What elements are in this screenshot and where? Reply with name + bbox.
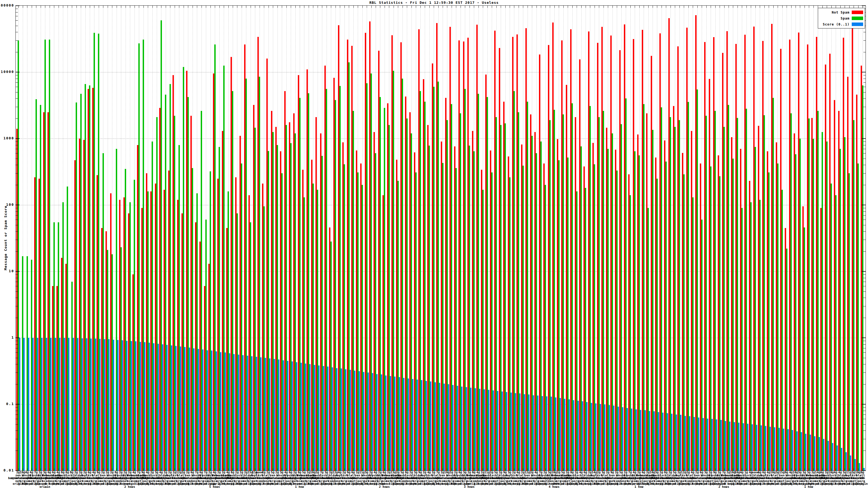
bar-score: [814, 436, 815, 470]
bar-score: [627, 408, 628, 470]
bar-score: [604, 404, 606, 470]
x-bottom-tick: [657, 468, 657, 470]
y-minor-tick: [16, 83, 18, 83]
bar-score: [372, 373, 373, 470]
bar-score: [207, 350, 208, 470]
bar-score: [99, 339, 101, 470]
x-bottom-tick: [724, 468, 724, 470]
bar-score: [501, 391, 503, 470]
x-top-tick: [117, 6, 117, 8]
bar-score: [68, 338, 69, 470]
x-bottom-tick: [603, 468, 604, 470]
x-bottom-tick: [152, 468, 153, 470]
bar-score: [537, 395, 538, 470]
bar-score: [104, 339, 105, 470]
x-top-tick: [773, 6, 774, 8]
x-bottom-tick: [255, 468, 255, 470]
x-top-tick: [536, 6, 537, 8]
x-bottom-tick: [764, 468, 765, 470]
y-minor-tick: [16, 215, 18, 216]
x-top-tick: [603, 6, 604, 8]
x-top-tick: [630, 6, 631, 8]
bar-score: [524, 394, 525, 470]
x-top-tick: [291, 6, 291, 8]
y-tick-label: 0.1: [0, 402, 14, 406]
y-minor-tick: [16, 306, 18, 306]
x-top-tick: [255, 6, 255, 8]
x-top-tick: [27, 6, 27, 8]
bar-score: [233, 354, 235, 470]
y-minor-tick: [16, 141, 18, 142]
x-top-tick: [429, 6, 430, 8]
x-top-tick: [246, 6, 246, 8]
x-top-tick: [148, 6, 148, 8]
x-bottom-tick: [630, 468, 631, 470]
x-top-tick: [197, 6, 197, 8]
x-bottom-tick: [291, 468, 291, 470]
bar-score: [135, 341, 136, 470]
x-top-tick: [644, 6, 644, 8]
bar-score: [618, 407, 619, 470]
x-bottom-tick: [546, 468, 546, 470]
x-top-tick: [358, 6, 358, 8]
x-bottom-tick: [786, 468, 787, 470]
y-minor-tick: [863, 419, 866, 419]
x-bottom-tick: [72, 468, 72, 470]
y-tick-label: 1: [0, 335, 14, 339]
bar-spam: [790, 113, 792, 470]
bar-score: [837, 446, 838, 470]
bar-score: [171, 346, 172, 470]
bar-spam: [835, 195, 837, 470]
x-bottom-tick: [117, 468, 117, 470]
y-minor-tick: [16, 291, 18, 292]
bar-spam: [808, 119, 810, 470]
bar-score: [555, 397, 556, 470]
bar-score: [747, 424, 748, 470]
bar-score: [73, 338, 74, 470]
y-minor-tick: [863, 185, 866, 185]
y-minor-tick: [863, 291, 866, 292]
x-bottom-tick: [36, 468, 36, 470]
x-top-tick: [170, 6, 170, 8]
y-minor-tick: [863, 298, 866, 298]
x-top-tick: [376, 6, 376, 8]
y-minor-tick: [863, 282, 866, 282]
x-top-tick: [541, 6, 541, 8]
y-tick-label: 10000: [0, 70, 14, 74]
bar-score: [716, 419, 717, 470]
bar-spam: [848, 173, 850, 470]
bar-spam: [799, 138, 801, 470]
x-top-tick: [501, 6, 501, 8]
bar-score: [336, 368, 337, 470]
x-bottom-tick: [344, 468, 345, 470]
x-bottom-tick: [103, 468, 103, 470]
y-minor-tick: [16, 424, 18, 425]
bar-spam: [813, 139, 814, 470]
y-major-tick: [862, 72, 866, 72]
x-bottom-tick: [90, 468, 90, 470]
bar-score: [586, 402, 588, 470]
x-top-tick: [282, 6, 282, 8]
y-minor-tick: [863, 344, 866, 345]
x-top-tick: [791, 6, 792, 8]
y-minor-tick: [863, 415, 866, 415]
x-top-tick: [411, 6, 412, 8]
x-bottom-tick: [863, 468, 863, 470]
y-minor-tick: [16, 185, 18, 185]
x-bottom-tick: [282, 468, 282, 470]
y-minor-tick: [863, 225, 866, 225]
x-bottom-tick: [367, 468, 367, 470]
x-bottom-tick: [309, 468, 309, 470]
x-top-tick: [421, 6, 421, 8]
x-bottom-tick: [349, 468, 349, 470]
y-major-tick: [862, 337, 866, 338]
x-top-tick: [519, 6, 519, 8]
x-bottom-tick: [760, 468, 760, 470]
x-top-tick: [81, 6, 81, 8]
x-top-tick: [755, 6, 756, 8]
bar-score: [390, 376, 391, 470]
bar-score: [55, 338, 56, 470]
bar-score: [712, 419, 713, 470]
x-top-tick: [67, 6, 68, 8]
bar-score: [680, 415, 681, 470]
